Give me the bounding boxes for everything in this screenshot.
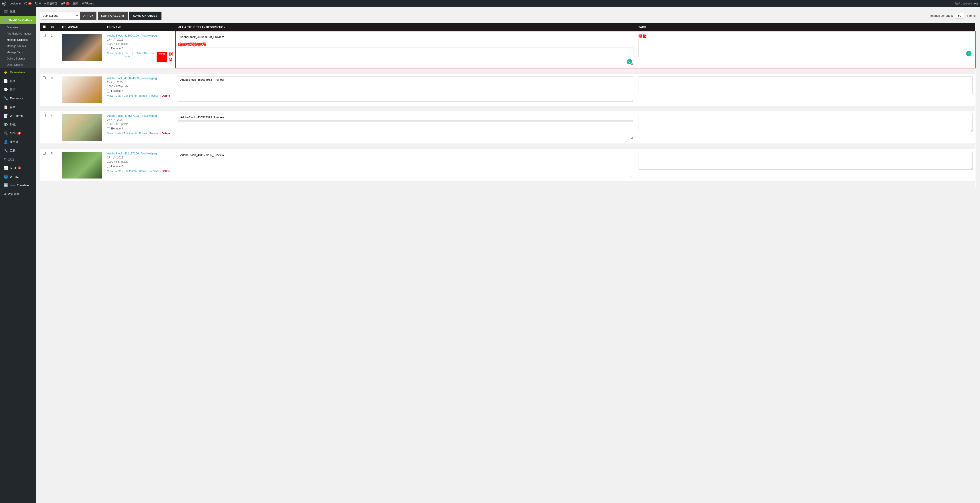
sidebar-item-seo[interactable]: 📊 SEO 3 (0, 164, 36, 172)
sort-gallery-button[interactable]: SORT GALLERY (98, 11, 128, 20)
edit-thumb-link-4[interactable]: Edit thumb (124, 132, 137, 135)
sidebar-item-other-options[interactable]: Other Options (0, 62, 36, 68)
sidebar-item-users[interactable]: 👤 使用者 (0, 137, 36, 146)
toolbar-right: Images per page: 4 items (930, 13, 975, 19)
sidebar-item-overview[interactable]: Overview (0, 24, 36, 30)
action-links-4: View | Meta | Edit thumb | Rotate | Reco… (107, 132, 173, 135)
exclude-checkbox-2[interactable] (107, 47, 110, 50)
sidebar-item-wpml[interactable]: 🌐 WPML (0, 172, 36, 181)
row-id-cell: 5 (48, 149, 59, 181)
row-checkbox-5[interactable] (43, 152, 46, 155)
sidebar-item-plugins[interactable]: 🔌 外掛 6 (0, 129, 36, 137)
meta-link-3[interactable]: Meta (115, 94, 121, 97)
sidebar-item-nextgen[interactable]: 🖼 NextGEN Gallery (0, 16, 36, 24)
row-checkbox-3[interactable] (43, 77, 46, 79)
sidebar-item-manage-tags[interactable]: Manage Tags (0, 49, 36, 56)
recover-link-2[interactable]: Recover (144, 52, 154, 62)
settings-icon: ⚙ (3, 157, 7, 161)
collapse-icon: ◀ (3, 192, 6, 196)
sidebar-wpforms-label: WPForms (10, 114, 23, 117)
edit-thumb-link-2[interactable]: Edit thumb (124, 52, 131, 62)
filename-link-4[interactable]: AdobeStock_436517393_Preview.jpeg (107, 114, 157, 117)
meta-link-2[interactable]: Meta (115, 52, 121, 62)
sidebar-item-loco[interactable]: 🔤 Loco Translate (0, 181, 36, 190)
row-checkbox-2[interactable] (43, 34, 46, 37)
edit-thumb-link-3[interactable]: Edit thumb (124, 94, 137, 97)
edit-thumb-link-5[interactable]: Edit thumb (124, 169, 137, 173)
sidebar-item-templates[interactable]: 📋 範本 (0, 103, 36, 112)
delete-link-4[interactable]: Delete (162, 132, 170, 135)
sidebar-item-appearance[interactable]: 🎨 外觀 (0, 120, 36, 129)
apply-button[interactable]: APPLY (80, 11, 97, 20)
exclude-checkbox-4[interactable] (107, 127, 110, 130)
description-textarea-2[interactable] (178, 47, 633, 65)
new-item-button[interactable]: + 新增項目 (45, 2, 57, 6)
delete-link-2[interactable]: Delete (157, 52, 167, 62)
wp-icon[interactable]: WP 3 (61, 2, 70, 5)
row-id-cell: 4 (48, 112, 59, 144)
sidebar-item-settings[interactable]: ⚙ 設定 (0, 155, 36, 164)
per-page-input[interactable] (955, 13, 964, 19)
recover-link-5[interactable]: Recover (150, 169, 159, 173)
tags-textarea-3[interactable] (638, 77, 973, 94)
sidebar-item-media[interactable]: 🎬 媒體 (0, 7, 36, 16)
rotate-link-5[interactable]: Rotate (139, 169, 147, 173)
sidebar-item-collapse[interactable]: ◀ 收合選單 (0, 190, 36, 198)
bulk-actions-select[interactable]: Bulk actions (40, 11, 80, 20)
exclude-label-5: Exclude ? (111, 165, 123, 168)
view-link-2[interactable]: View (107, 52, 113, 62)
save-changes-button[interactable]: SAVE CHANGES (129, 11, 161, 20)
sidebar-item-pages[interactable]: 📄 頁面 (0, 77, 36, 85)
sidebar-item-elementor[interactable]: 🔧 Elementor (0, 94, 36, 103)
col-header-check (40, 23, 48, 31)
recover-link-3[interactable]: Recover (150, 94, 159, 97)
sidebar-item-manage-galleries[interactable]: Manage Galleries (0, 37, 36, 43)
rotate-link-4[interactable]: Rotate (139, 132, 147, 135)
description-textarea-3[interactable] (178, 84, 633, 102)
alt-title-input-5[interactable] (178, 152, 633, 158)
wpml-icon: 🌐 (3, 174, 8, 179)
view-link-3[interactable]: View (107, 94, 113, 97)
comments-icon[interactable]: 0 (35, 2, 41, 5)
updates-icon[interactable]: 6 (24, 2, 32, 5)
meta-link-4[interactable]: Meta (115, 132, 121, 135)
delete-link-5[interactable]: Delete (162, 169, 170, 173)
exclude-checkbox-5[interactable] (107, 165, 110, 168)
view-link-4[interactable]: View (107, 132, 113, 135)
sidebar-item-manage-albums[interactable]: Manage Albums (0, 43, 36, 49)
sidebar-item-comments[interactable]: 💬 留言 (0, 85, 36, 94)
tags-textarea-2[interactable] (638, 39, 973, 57)
filename-link-3[interactable]: AdobeStock_453094953_Preview.jpeg (107, 77, 157, 80)
refresh-alt-btn-2[interactable]: ↻ (627, 59, 632, 64)
sidebar-item-wpforms[interactable]: 📝 WPForms (0, 112, 36, 120)
tags-textarea-5[interactable] (638, 152, 973, 169)
rotate-link-3[interactable]: Rotate (139, 94, 147, 97)
site-name[interactable]: designhu (10, 2, 21, 5)
alt-title-input-2[interactable] (178, 34, 633, 40)
meta-link-5[interactable]: Meta (115, 169, 121, 173)
tags-textarea-4[interactable] (638, 114, 973, 132)
alt-title-input-4[interactable] (178, 114, 633, 121)
sidebar-item-extensions[interactable]: ⚡ Extensions (0, 68, 36, 77)
rotate-link-2[interactable]: Rotate (134, 52, 142, 62)
refresh-tags-btn-2[interactable]: ↻ (966, 51, 972, 56)
filename-link-2[interactable]: AdobeStock_418900199_Preview.jpeg (107, 34, 157, 37)
delete-link-3[interactable]: Delete (162, 94, 170, 97)
col-header-filename: FILENAME (105, 23, 175, 31)
description-textarea-5[interactable] (178, 159, 633, 177)
sidebar-item-tools[interactable]: 🔧 工具 (0, 146, 36, 155)
sidebar-item-gallery-settings[interactable]: Gallery Settings (0, 56, 36, 62)
sidebar-item-add-gallery[interactable]: Add Gallery / Images (0, 30, 36, 37)
exclude-checkbox-3[interactable] (107, 89, 110, 93)
select-all-checkbox[interactable] (43, 26, 46, 28)
view-link-5[interactable]: View (107, 169, 113, 173)
recover-link-4[interactable]: Recover (150, 132, 159, 135)
site-logo[interactable]: W (2, 2, 6, 6)
description-textarea-4[interactable] (178, 121, 633, 139)
alt-title-input-3[interactable] (178, 77, 633, 83)
library-link[interactable]: 圖庫 (73, 2, 78, 6)
row-checkbox-4[interactable] (43, 114, 46, 117)
wpforms-topbar-link[interactable]: WPForms (82, 2, 94, 5)
filename-link-5[interactable]: AdobeStock_434177256_Preview.jpeg (107, 152, 157, 155)
col-header-alt-title: ALT & TITLE TEXT / DESCRIPTION (175, 23, 636, 31)
